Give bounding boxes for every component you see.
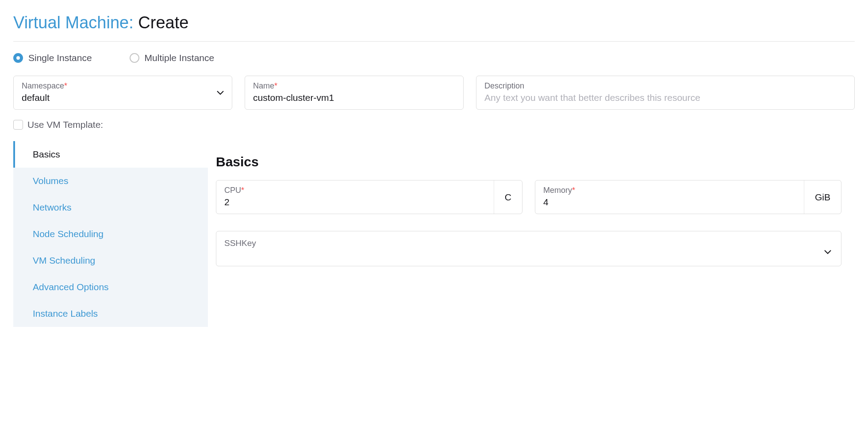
use-vm-template-checkbox[interactable]: Use VM Template: [13, 119, 855, 130]
memory-input[interactable] [543, 197, 796, 207]
divider [13, 41, 855, 42]
chevron-down-icon [824, 248, 831, 256]
instance-mode-group: Single Instance Multiple Instance [13, 53, 855, 63]
radio-multiple-instance[interactable]: Multiple Instance [130, 53, 215, 63]
tab-node-scheduling[interactable]: Node Scheduling [13, 221, 208, 247]
cpu-label: CPU* [224, 186, 486, 195]
tabs-container: Basics Volumes Networks Node Scheduling … [13, 141, 855, 327]
tab-sidebar: Basics Volumes Networks Node Scheduling … [13, 141, 208, 327]
radio-circle-icon [130, 53, 139, 63]
namespace-value: default [22, 92, 224, 103]
page-title-prefix: Virtual Machine: [13, 13, 138, 32]
description-field[interactable]: Description [476, 76, 855, 110]
basics-row: CPU* C Memory* GiB [216, 180, 841, 214]
tab-networks[interactable]: Networks [13, 194, 208, 221]
description-input[interactable] [484, 92, 846, 103]
name-label: Name* [253, 81, 455, 91]
memory-field[interactable]: Memory* GiB [535, 180, 841, 214]
tab-volumes[interactable]: Volumes [13, 168, 208, 194]
description-label: Description [484, 81, 846, 91]
namespace-label: Namespace* [22, 81, 224, 91]
memory-unit: GiB [804, 180, 841, 214]
basics-heading: Basics [216, 154, 841, 169]
radio-single-label: Single Instance [28, 53, 92, 63]
memory-label: Memory* [543, 186, 796, 195]
radio-single-instance[interactable]: Single Instance [13, 53, 92, 63]
name-field[interactable]: Name* [245, 76, 464, 110]
radio-circle-icon [13, 53, 23, 63]
tab-instance-labels[interactable]: Instance Labels [13, 300, 208, 327]
basic-info-row: Namespace* default Name* Description [13, 76, 855, 110]
sshkey-select[interactable]: SSHKey [216, 231, 841, 266]
chevron-down-icon [217, 89, 224, 97]
namespace-select[interactable]: Namespace* default [13, 76, 232, 110]
checkbox-icon [13, 120, 23, 130]
radio-multiple-label: Multiple Instance [145, 53, 215, 63]
cpu-field[interactable]: CPU* C [216, 180, 522, 214]
tab-vm-scheduling[interactable]: VM Scheduling [13, 247, 208, 274]
use-vm-template-label: Use VM Template: [27, 119, 103, 130]
tab-content: Basics CPU* C Memory* GiB SSHKey [208, 141, 855, 327]
page-title-main: Create [138, 13, 188, 32]
name-input[interactable] [253, 92, 455, 103]
tab-advanced-options[interactable]: Advanced Options [13, 274, 208, 300]
cpu-input[interactable] [224, 197, 486, 207]
sshkey-label: SSHKey [224, 238, 833, 248]
cpu-unit: C [494, 180, 522, 214]
page-title: Virtual Machine: Create [13, 13, 855, 32]
tab-basics[interactable]: Basics [13, 141, 208, 168]
